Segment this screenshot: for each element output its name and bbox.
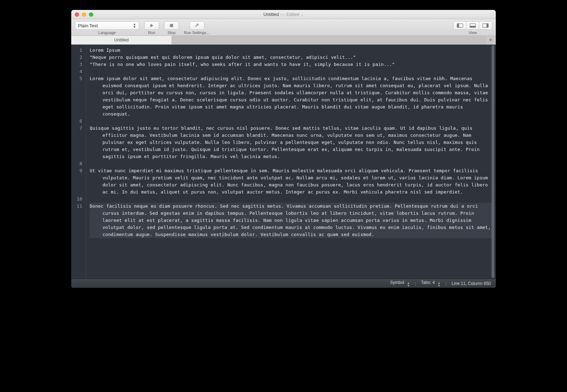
toolbar: Plain Text ▲▼ Language Run Stop [71, 19, 496, 36]
line-number[interactable]: 4 [71, 68, 82, 75]
line-number[interactable]: 2 [71, 54, 82, 61]
svg-rect-6 [487, 24, 488, 28]
panel-left-icon [457, 23, 463, 28]
window-title: Untitled — Edited ⌄ [71, 12, 496, 17]
line-number[interactable]: 5 [71, 75, 82, 82]
updown-icon: ▲▼ [437, 281, 440, 287]
code-line[interactable]: Lorem Ipsum [90, 47, 492, 54]
traffic-lights [71, 12, 93, 17]
language-group: Plain Text ▲▼ Language [75, 21, 139, 35]
stop-button[interactable] [164, 21, 179, 30]
line-number[interactable]: 11 [71, 203, 82, 210]
code-line[interactable] [90, 160, 492, 167]
language-select[interactable]: Plain Text ▲▼ [75, 21, 139, 30]
tabbar: Untitled + [71, 36, 496, 45]
run-button[interactable] [144, 21, 159, 30]
line-number[interactable]: 9 [71, 167, 82, 174]
svg-rect-2 [457, 24, 459, 28]
run-settings-group: Run Settings… [184, 21, 210, 35]
document-title: Untitled [263, 12, 279, 17]
run-label: Run [148, 30, 155, 35]
panel-right-icon [482, 23, 489, 28]
line-number[interactable]: 1 [71, 47, 82, 54]
edited-indicator: — Edited [280, 12, 299, 17]
run-group: Run [144, 21, 159, 35]
panel-bottom-icon [470, 23, 476, 28]
line-number[interactable]: 3 [71, 61, 82, 68]
line-number[interactable]: 7 [71, 125, 82, 132]
code-area[interactable]: Lorem Ipsum"Neque porro quisquam est qui… [86, 45, 496, 279]
line-number[interactable]: 8 [71, 160, 82, 167]
stop-label: Stop [168, 30, 176, 35]
stop-icon [169, 23, 174, 28]
stop-group: Stop [164, 21, 179, 35]
scrollbar-thumb[interactable] [492, 45, 494, 278]
new-tab-button[interactable]: + [485, 36, 496, 44]
line-number[interactable]: 6 [71, 118, 82, 125]
tab-spacer [172, 36, 485, 44]
code-line[interactable]: Donec facilisis neque eu diam posuere rh… [90, 203, 492, 238]
select-arrows-icon: ▲▼ [133, 23, 136, 28]
view-label: View [468, 30, 477, 35]
title-dropdown-icon[interactable]: ⌄ [301, 12, 304, 16]
titlebar[interactable]: Untitled — Edited ⌄ [71, 10, 496, 19]
symbol-menu[interactable]: Symbol ▲▼ [390, 280, 410, 287]
view-group: View [453, 21, 492, 35]
view-left-panel[interactable] [454, 22, 466, 29]
vertical-scrollbar[interactable] [491, 45, 495, 278]
code-line[interactable] [90, 196, 492, 203]
code-line[interactable] [90, 68, 492, 75]
run-settings-label: Run Settings… [184, 30, 210, 35]
tabs-menu[interactable]: Tabs: 4 ▲▼ [421, 280, 440, 287]
updown-icon: ▲▼ [407, 281, 410, 287]
statusbar: Symbol ▲▼ | Tabs: 4 ▲▼ | Line 11, Column… [71, 279, 496, 288]
editor-window: Untitled — Edited ⌄ Plain Text ▲▼ Langua… [71, 10, 496, 288]
svg-rect-4 [470, 26, 475, 28]
code-line[interactable]: Ut vitae nunc imperdiet mi maximus trist… [90, 167, 492, 196]
code-line[interactable]: "There is no one who loves pain itself, … [90, 61, 492, 68]
play-icon [149, 23, 154, 28]
view-right-panel[interactable] [479, 22, 492, 29]
code-line[interactable]: Quisque sagittis justo eu tortor blandit… [90, 125, 492, 160]
code-line[interactable]: Lorem ipsum dolor sit amet, consectetur … [90, 75, 492, 118]
run-settings-button[interactable] [190, 21, 204, 30]
wrench-icon [195, 23, 200, 28]
minimize-button[interactable] [82, 12, 86, 17]
editor: 12345 67 89 1011 Lorem Ipsum"Neque porro… [71, 45, 496, 279]
cursor-position: Line 11, Column 650 [451, 281, 491, 286]
svg-rect-0 [170, 24, 173, 27]
view-bottom-panel[interactable] [466, 22, 479, 29]
line-gutter: 12345 67 89 1011 [71, 45, 86, 279]
language-label: Language [99, 30, 116, 35]
view-segmented [453, 21, 492, 30]
language-value: Plain Text [78, 23, 98, 28]
tab-untitled[interactable]: Untitled [71, 36, 172, 44]
code-line[interactable]: "Neque porro quisquam est qui dolorem ip… [90, 54, 492, 61]
code-line[interactable] [90, 118, 492, 125]
close-button[interactable] [75, 12, 79, 17]
zoom-button[interactable] [89, 12, 93, 17]
tab-label: Untitled [114, 38, 129, 43]
line-number[interactable]: 10 [71, 196, 82, 203]
